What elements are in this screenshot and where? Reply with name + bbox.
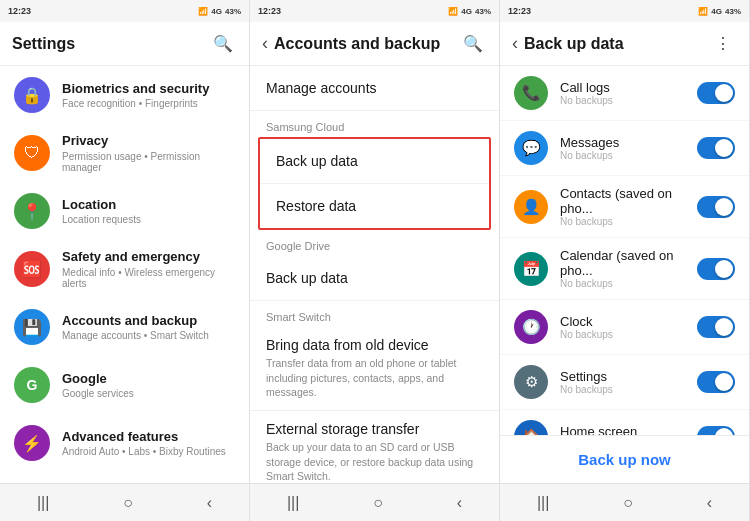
nav-home-2[interactable]: ○	[357, 490, 399, 516]
calllogs-label: Call logs	[560, 80, 697, 95]
backup-panel: 12:23 📶 4G 43% ‹ Back up data ⋮ 📞 Call l…	[500, 0, 750, 521]
bring-data-item[interactable]: Bring data from old device Transfer data…	[250, 327, 499, 411]
settings-item-google[interactable]: G Google Google services	[0, 356, 249, 414]
nav-back-3[interactable]: ‹	[691, 490, 728, 516]
calendar-toggle[interactable]	[697, 258, 735, 280]
status-icons-1: 📶 4G 43%	[198, 7, 241, 16]
status-icons-3: 📶 4G 43%	[698, 7, 741, 16]
calendar-icon: 📅	[514, 252, 548, 286]
messages-toggle[interactable]	[697, 137, 735, 159]
calendar-sub: No backups	[560, 278, 697, 289]
external-storage-item[interactable]: External storage transfer Back up your d…	[250, 411, 499, 483]
back-up-data-samsung[interactable]: Back up data	[260, 139, 489, 184]
messages-label: Messages	[560, 135, 697, 150]
backup-title: Back up data	[524, 35, 709, 53]
google-drive-header: Google Drive	[250, 230, 499, 256]
backup-item-messages[interactable]: 💬 Messages No backups	[500, 121, 749, 176]
back-up-data-google[interactable]: Back up data	[250, 256, 499, 301]
accounts-back-btn[interactable]: ‹	[262, 33, 268, 54]
status-bar-1: 12:23 📶 4G 43%	[0, 0, 249, 22]
calllogs-icon: 📞	[514, 76, 548, 110]
messages-sub: No backups	[560, 150, 697, 161]
nav-back-2[interactable]: ‹	[441, 490, 478, 516]
nav-home-3[interactable]: ○	[607, 490, 649, 516]
backup-item-calllogs[interactable]: 📞 Call logs No backups	[500, 66, 749, 121]
backup-more-icon[interactable]: ⋮	[709, 30, 737, 58]
settings-item-location[interactable]: 📍 Location Location requests	[0, 182, 249, 240]
settings-top-bar: Settings 🔍	[0, 22, 249, 66]
safety-label: Safety and emergency	[62, 249, 235, 266]
backup-item-contacts[interactable]: 👤 Contacts (saved on pho... No backups	[500, 176, 749, 238]
accounts-search-icon[interactable]: 🔍	[459, 30, 487, 58]
backup-item-clock[interactable]: 🕐 Clock No backups	[500, 300, 749, 355]
location-sub: Location requests	[62, 214, 235, 225]
nav-back-1[interactable]: ‹	[191, 490, 228, 516]
backup-now-bar[interactable]: Back up now	[500, 435, 749, 483]
settings-item-biometrics[interactable]: 🔒 Biometrics and security Face recogniti…	[0, 66, 249, 124]
homescreen-toggle[interactable]	[697, 426, 735, 435]
bottom-nav-1: ||| ○ ‹	[0, 483, 249, 521]
biometrics-sub: Face recognition • Fingerprints	[62, 98, 235, 109]
calendar-label: Calendar (saved on pho...	[560, 248, 697, 278]
backup-list: 📞 Call logs No backups 💬 Messages No bac…	[500, 66, 749, 435]
calllogs-toggle[interactable]	[697, 82, 735, 104]
accounts-label: Accounts and backup	[62, 313, 235, 330]
status-time-3: 12:23	[508, 6, 531, 16]
clock-toggle[interactable]	[697, 316, 735, 338]
privacy-sub: Permission usage • Permission manager	[62, 151, 235, 173]
settings-title: Settings	[12, 35, 209, 53]
clock-sub: No backups	[560, 329, 697, 340]
settings-backup-label: Settings	[560, 369, 697, 384]
settings-item-accounts[interactable]: 💾 Accounts and backup Manage accounts • …	[0, 298, 249, 356]
nav-home-1[interactable]: ○	[107, 490, 149, 516]
external-storage-title: External storage transfer	[266, 421, 483, 437]
samsung-cloud-header: Samsung Cloud	[250, 111, 499, 137]
settings-panel: 12:23 📶 4G 43% Settings 🔍 🔒 Biometrics a…	[0, 0, 250, 521]
backup-item-settings[interactable]: ⚙ Settings No backups	[500, 355, 749, 410]
accounts-top-bar: ‹ Accounts and backup 🔍	[250, 22, 499, 66]
privacy-label: Privacy	[62, 133, 235, 150]
calllogs-sub: No backups	[560, 95, 697, 106]
clock-icon: 🕐	[514, 310, 548, 344]
backup-now-label: Back up now	[578, 451, 671, 468]
location-label: Location	[62, 197, 235, 214]
clock-label: Clock	[560, 314, 697, 329]
status-bar-2: 12:23 📶 4G 43%	[250, 0, 499, 22]
advanced-icon: ⚡	[14, 425, 50, 461]
privacy-icon: 🛡	[14, 135, 50, 171]
contacts-toggle[interactable]	[697, 196, 735, 218]
accounts-panel: 12:23 📶 4G 43% ‹ Accounts and backup 🔍 M…	[250, 0, 500, 521]
homescreen-label: Home screen	[560, 424, 697, 435]
backup-back-btn[interactable]: ‹	[512, 33, 518, 54]
restore-data-samsung[interactable]: Restore data	[260, 184, 489, 228]
nav-menu-1[interactable]: |||	[21, 490, 65, 516]
homescreen-icon: 🏠	[514, 420, 548, 435]
external-storage-desc: Back up your data to an SD card or USB s…	[266, 440, 483, 483]
settings-item-safety[interactable]: 🆘 Safety and emergency Medical info • Wi…	[0, 240, 249, 298]
status-time-2: 12:23	[258, 6, 281, 16]
samsung-cloud-highlight: Back up data Restore data	[258, 137, 491, 230]
contacts-icon: 👤	[514, 190, 548, 224]
nav-menu-2[interactable]: |||	[271, 490, 315, 516]
google-label: Google	[62, 371, 235, 388]
contacts-sub: No backups	[560, 216, 697, 227]
bring-data-desc: Transfer data from an old phone or table…	[266, 356, 483, 400]
backup-item-calendar[interactable]: 📅 Calendar (saved on pho... No backups	[500, 238, 749, 300]
backup-item-homescreen[interactable]: 🏠 Home screen No backups	[500, 410, 749, 435]
messages-icon: 💬	[514, 131, 548, 165]
settings-backup-toggle[interactable]	[697, 371, 735, 393]
settings-search-icon[interactable]: 🔍	[209, 30, 237, 58]
nav-menu-3[interactable]: |||	[521, 490, 565, 516]
accounts-sub: Manage accounts • Smart Switch	[62, 330, 235, 341]
backup-top-bar: ‹ Back up data ⋮	[500, 22, 749, 66]
location-icon: 📍	[14, 193, 50, 229]
status-time-1: 12:23	[8, 6, 31, 16]
settings-backup-sub: No backups	[560, 384, 697, 395]
manage-accounts-item[interactable]: Manage accounts	[250, 66, 499, 111]
status-bar-3: 12:23 📶 4G 43%	[500, 0, 749, 22]
settings-item-privacy[interactable]: 🛡 Privacy Permission usage • Permission …	[0, 124, 249, 182]
settings-item-advanced[interactable]: ⚡ Advanced features Android Auto • Labs …	[0, 414, 249, 472]
google-sub: Google services	[62, 388, 235, 399]
bottom-nav-2: ||| ○ ‹	[250, 483, 499, 521]
accounts-title: Accounts and backup	[274, 35, 459, 53]
